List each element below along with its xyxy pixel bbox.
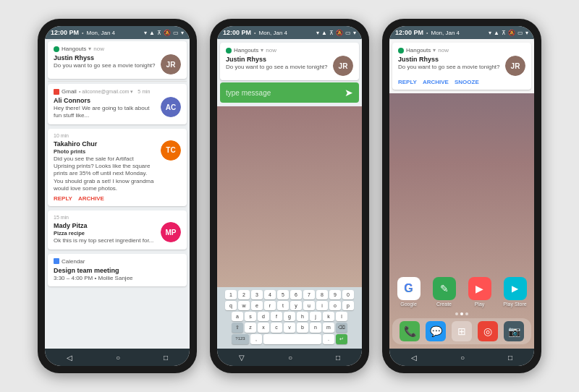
key-0[interactable]: 0 bbox=[342, 290, 354, 299]
calendar-notification-1[interactable]: Calendar Design team meeting 3:30 – 4:00… bbox=[48, 254, 187, 286]
nav-bar-1: ◁ ○ □ bbox=[45, 349, 190, 366]
hangouts-icon-3 bbox=[398, 48, 404, 54]
key-5[interactable]: 5 bbox=[277, 290, 289, 299]
comma-key[interactable]: , bbox=[250, 334, 262, 344]
status-icons-2: ▾ ▲ ⊼ 🔕 ▭ ▾ bbox=[316, 30, 356, 36]
key-d[interactable]: d bbox=[258, 312, 269, 321]
key-x[interactable]: x bbox=[258, 323, 269, 333]
wifi-icon-2: ▾ bbox=[316, 30, 319, 36]
key-r[interactable]: r bbox=[264, 301, 276, 310]
key-1[interactable]: 1 bbox=[225, 290, 237, 299]
divider-1 bbox=[48, 81, 187, 82]
key-u[interactable]: u bbox=[303, 301, 315, 310]
key-8[interactable]: 8 bbox=[316, 290, 328, 299]
home-button-1[interactable]: ○ bbox=[116, 354, 120, 362]
key-v[interactable]: v bbox=[284, 323, 295, 333]
archive-button-2[interactable]: ARCHIVE bbox=[78, 195, 104, 202]
key-2[interactable]: 2 bbox=[238, 290, 250, 299]
keyboard: 1 2 3 4 5 6 7 8 9 0 q w e r t y bbox=[217, 287, 362, 349]
key-y[interactable]: y bbox=[290, 301, 302, 310]
dock-phone[interactable]: 📞 bbox=[400, 321, 420, 341]
key-b[interactable]: b bbox=[297, 323, 308, 333]
hangouts-icon-1 bbox=[54, 46, 59, 52]
recents-button-3[interactable]: □ bbox=[508, 354, 512, 362]
wifi-icon-1: ▾ bbox=[144, 30, 147, 36]
dock-chrome[interactable]: ◎ bbox=[478, 321, 498, 341]
app-create[interactable]: ✎ Create bbox=[428, 277, 460, 307]
phone-1: 12:00 PM • Mon, Jan 4 ▾ ▲ ⊼ 🔕 ▭ ▾ bbox=[38, 19, 197, 373]
backspace-key[interactable]: ⌫ bbox=[336, 323, 347, 333]
reply-button-2[interactable]: REPLY bbox=[54, 195, 72, 202]
key-c[interactable]: c bbox=[271, 323, 282, 333]
recents-button-2[interactable]: □ bbox=[336, 354, 340, 362]
key-s[interactable]: s bbox=[245, 312, 256, 321]
signal-icon-1: ▲ bbox=[149, 30, 155, 36]
expand-icon-1[interactable]: ▾ bbox=[181, 30, 184, 36]
app-google[interactable]: G Google bbox=[392, 277, 425, 307]
space-key[interactable] bbox=[263, 334, 321, 344]
key-g[interactable]: g bbox=[284, 312, 295, 321]
key-k[interactable]: k bbox=[323, 312, 334, 321]
key-i[interactable]: i bbox=[316, 301, 328, 310]
key-o[interactable]: o bbox=[329, 301, 341, 310]
back-button-2[interactable]: ▽ bbox=[239, 354, 245, 362]
nav-bar-3: ◁ ○ □ bbox=[389, 349, 534, 366]
back-button-3[interactable]: ◁ bbox=[411, 354, 417, 362]
enter-key[interactable]: ↵ bbox=[336, 334, 347, 344]
expand-icon-2[interactable]: ▾ bbox=[353, 30, 356, 36]
gmail-notification-3[interactable]: 15 min Mady Pitza Pizza recipe Ok this i… bbox=[48, 210, 187, 249]
hangouts-icon-2 bbox=[226, 48, 232, 54]
shift-key[interactable]: ⇧ bbox=[232, 323, 243, 333]
gmail-avatar-1: AC bbox=[161, 97, 181, 117]
silent-icon-3: 🔕 bbox=[508, 30, 515, 36]
key-4[interactable]: 4 bbox=[264, 290, 276, 299]
home-button-2[interactable]: ○ bbox=[288, 354, 292, 362]
dock-launcher[interactable]: ⊞ bbox=[452, 321, 472, 341]
key-9[interactable]: 9 bbox=[329, 290, 341, 299]
recents-button-1[interactable]: □ bbox=[164, 354, 168, 362]
key-f[interactable]: f bbox=[271, 312, 282, 321]
key-a[interactable]: a bbox=[232, 312, 243, 321]
hangouts-notification-3[interactable]: Hangouts ▾ now Justin Rhyss Do you want … bbox=[392, 43, 531, 90]
app-play[interactable]: ▶ Play bbox=[463, 277, 496, 307]
send-button[interactable]: ➤ bbox=[345, 87, 353, 98]
period-key[interactable]: . bbox=[323, 334, 334, 344]
sym-key[interactable]: ?123 bbox=[232, 334, 249, 344]
app-play-store[interactable]: ▶ Play Store bbox=[499, 277, 531, 307]
archive-button-3[interactable]: ARCHIVE bbox=[423, 79, 449, 85]
key-3[interactable]: 3 bbox=[251, 290, 263, 299]
key-h[interactable]: h bbox=[297, 312, 308, 321]
gmail-notification-1[interactable]: Gmail • aliconne@gmail.com ▾ 5 min Ali C… bbox=[48, 84, 187, 124]
key-p[interactable]: p bbox=[342, 301, 354, 310]
nav-bar-2: ▽ ○ □ bbox=[217, 349, 362, 366]
back-button-1[interactable]: ◁ bbox=[67, 354, 72, 362]
key-m[interactable]: m bbox=[323, 323, 334, 333]
dock-camera[interactable]: 📷 bbox=[504, 321, 524, 341]
play-store-label: Play Store bbox=[503, 302, 526, 307]
gmail-notification-2[interactable]: 10 min Takahiro Chur Photo prints Did yo… bbox=[48, 129, 187, 207]
status-date-1: Mon, Jan 4 bbox=[86, 30, 115, 36]
key-j[interactable]: j bbox=[310, 312, 321, 321]
key-t[interactable]: t bbox=[277, 301, 289, 310]
key-n[interactable]: n bbox=[310, 323, 321, 333]
key-q[interactable]: q bbox=[225, 301, 237, 310]
phone-3-screen: 12:00 PM • Mon, Jan 4 ▾ ▲ ⊼ 🔕 ▭ ▾ bbox=[389, 26, 534, 366]
expand-icon-3[interactable]: ▾ bbox=[525, 30, 528, 36]
key-7[interactable]: 7 bbox=[303, 290, 315, 299]
phone-3: 12:00 PM • Mon, Jan 4 ▾ ▲ ⊼ 🔕 ▭ ▾ bbox=[382, 19, 541, 373]
key-e[interactable]: e bbox=[251, 301, 263, 310]
message-input-area[interactable]: type message ➤ bbox=[220, 82, 359, 103]
dock-messages[interactable]: 💬 bbox=[426, 321, 446, 341]
key-6[interactable]: 6 bbox=[290, 290, 302, 299]
home-button-3[interactable]: ○ bbox=[460, 354, 465, 362]
key-w[interactable]: w bbox=[238, 301, 250, 310]
hangouts-app-label-1: Hangouts ▾ now bbox=[54, 46, 104, 52]
key-l[interactable]: l bbox=[336, 312, 347, 321]
reply-button-3[interactable]: REPLY bbox=[398, 79, 417, 85]
snooze-button-3[interactable]: SNOOZE bbox=[455, 79, 479, 85]
keyboard-row-numbers: 1 2 3 4 5 6 7 8 9 0 bbox=[219, 290, 360, 299]
hangouts-notification-2[interactable]: Hangouts ▾ now Justin Rhyss Do you want … bbox=[220, 43, 359, 80]
key-z[interactable]: z bbox=[245, 323, 256, 333]
hangouts-notification-1[interactable]: Hangouts ▾ now Justin Rhyss Do you want … bbox=[48, 41, 187, 79]
filter-icon-3: ⊼ bbox=[502, 30, 506, 36]
